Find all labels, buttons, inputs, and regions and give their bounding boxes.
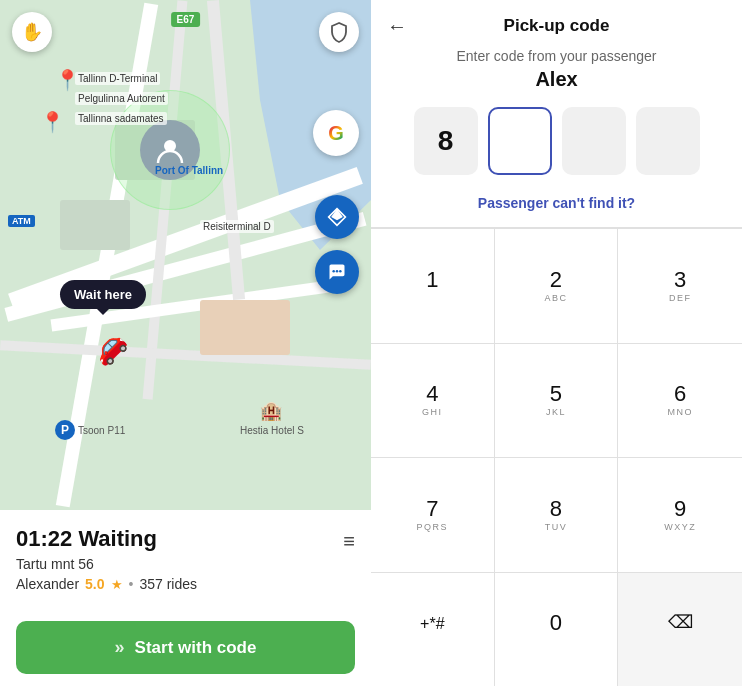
svg-point-15 xyxy=(339,270,342,273)
pickup-subtitle: Enter code from your passenger xyxy=(371,48,742,64)
chevron-double-icon: » xyxy=(115,637,125,658)
star-icon: ★ xyxy=(111,577,123,592)
key-1-sub xyxy=(430,293,434,305)
cant-find-link[interactable]: Passenger can't find it? xyxy=(371,195,742,211)
navigate-button[interactable] xyxy=(315,195,359,239)
label-port-of-tallinn: Port Of Tallinn xyxy=(155,165,223,176)
label-pelgulinna: Pelgulinna Autorent xyxy=(75,92,168,105)
driver-info: Alexander 5.0 ★ • 357 rides xyxy=(16,576,197,592)
wait-here-bubble: Wait here xyxy=(60,280,146,309)
menu-icon[interactable]: ≡ xyxy=(343,530,355,553)
start-button-label: Start with code xyxy=(135,638,257,658)
key-1[interactable]: 1 xyxy=(371,228,495,343)
svg-point-13 xyxy=(332,270,335,273)
key-symbols[interactable]: +*# xyxy=(371,572,495,687)
right-panel: ← Pick-up code Enter code from your pass… xyxy=(371,0,742,686)
location-pin-2: 📍 xyxy=(40,110,65,134)
key-5-sub: JKL xyxy=(546,407,566,419)
code-box-1[interactable]: 8 xyxy=(414,107,478,175)
label-tallinna-sadamates: Tallinna sadamates xyxy=(75,112,167,125)
key-0-main: 0 xyxy=(550,610,562,636)
shield-button[interactable] xyxy=(319,12,359,52)
key-1-main: 1 xyxy=(426,267,438,293)
key-0-sub xyxy=(554,636,558,648)
hestia-pin: 🏨 xyxy=(260,400,282,422)
trip-address: Tartu mnt 56 xyxy=(16,556,197,572)
key-6-main: 6 xyxy=(674,381,686,407)
key-5-main: 5 xyxy=(550,381,562,407)
key-8[interactable]: 8 TUV xyxy=(495,457,619,572)
key-5[interactable]: 5 JKL xyxy=(495,343,619,458)
driver-rides: 357 rides xyxy=(139,576,197,592)
key-2-sub: ABC xyxy=(544,293,567,305)
code-box-2[interactable] xyxy=(488,107,552,175)
key-8-sub: TUV xyxy=(545,522,568,534)
key-6-sub: MNO xyxy=(667,407,693,419)
left-panel: E67 ✋ 📍 📍 Tallinn D-Terminal Pelgulinna … xyxy=(0,0,371,686)
chat-button[interactable] xyxy=(315,250,359,294)
key-7-main: 7 xyxy=(426,496,438,522)
driver-rating: 5.0 xyxy=(85,576,104,592)
backspace-button[interactable]: ⌫ xyxy=(618,572,742,687)
key-3-main: 3 xyxy=(674,267,686,293)
bottom-info-bar: 01:22 Waiting Tartu mnt 56 Alexander 5.0… xyxy=(0,510,371,686)
svg-rect-10 xyxy=(60,200,130,250)
key-8-main: 8 xyxy=(550,496,562,522)
back-button[interactable]: ← xyxy=(387,15,407,38)
map-area: E67 ✋ 📍 📍 Tallinn D-Terminal Pelgulinna … xyxy=(0,0,371,510)
code-boxes: 8 xyxy=(371,107,742,175)
key-0[interactable]: 0 xyxy=(495,572,619,687)
passenger-name: Alex xyxy=(371,68,742,91)
driver-name: Alexander xyxy=(16,576,79,592)
key-4[interactable]: 4 GHI xyxy=(371,343,495,458)
key-6[interactable]: 6 MNO xyxy=(618,343,742,458)
label-tallinn-terminal: Tallinn D-Terminal xyxy=(75,72,160,85)
svg-rect-11 xyxy=(200,300,290,355)
key-symbols-sub xyxy=(430,633,434,645)
pickup-title: Pick-up code xyxy=(387,16,726,36)
label-hestia: Hestia Hotel S xyxy=(240,425,304,436)
trip-time-status: 01:22 Waiting xyxy=(16,526,197,552)
key-7-sub: PQRS xyxy=(417,522,449,534)
key-9-sub: WXYZ xyxy=(664,522,696,534)
key-symbols-main: +*# xyxy=(420,614,444,633)
hand-tool-button[interactable]: ✋ xyxy=(12,12,52,52)
svg-point-14 xyxy=(336,270,339,273)
key-9-main: 9 xyxy=(674,496,686,522)
label-reisiterminal: Reisiterminal D xyxy=(200,220,274,233)
atm-badge: ATM xyxy=(8,215,35,227)
key-7[interactable]: 7 PQRS xyxy=(371,457,495,572)
label-tsoon: Tsoon P11 xyxy=(78,425,125,436)
key-3-sub: DEF xyxy=(669,293,692,305)
code-box-4[interactable] xyxy=(636,107,700,175)
google-logo-button[interactable]: G xyxy=(313,110,359,156)
key-3[interactable]: 3 DEF xyxy=(618,228,742,343)
key-4-sub: GHI xyxy=(422,407,443,419)
key-9[interactable]: 9 WXYZ xyxy=(618,457,742,572)
keypad: 1 2 ABC 3 DEF 4 GHI 5 JKL 6 MNO 7 PQRS 8 xyxy=(371,228,742,686)
dot-separator: • xyxy=(129,576,134,592)
start-with-code-button[interactable]: » Start with code xyxy=(16,621,355,674)
backspace-sub xyxy=(678,634,682,646)
key-2[interactable]: 2 ABC xyxy=(495,228,619,343)
pickup-header: ← Pick-up code xyxy=(371,0,742,44)
trip-info: 01:22 Waiting Tartu mnt 56 Alexander 5.0… xyxy=(16,526,355,592)
key-4-main: 4 xyxy=(426,381,438,407)
key-2-main: 2 xyxy=(550,267,562,293)
e67-badge: E67 xyxy=(171,12,201,27)
parking-icon-1: P xyxy=(55,420,75,440)
backspace-icon: ⌫ xyxy=(668,612,693,634)
code-box-3[interactable] xyxy=(562,107,626,175)
